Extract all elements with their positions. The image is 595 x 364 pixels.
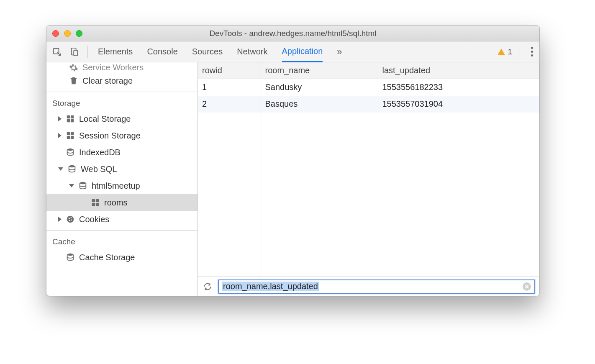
websql-table: rowid room_name last_updated 1 Sandusky … [198, 62, 539, 113]
panel-tabs: Elements Console Sources Network Applica… [98, 41, 342, 62]
sql-input[interactable]: room_name,last_updated [218, 279, 535, 294]
sidebar-item-label: Clear storage [82, 76, 133, 86]
application-sidebar: Service Workers Clear storage Storage Lo… [46, 62, 198, 296]
sidebar-heading-storage: Storage [46, 95, 197, 110]
minimize-window-button[interactable] [64, 30, 71, 37]
table-header-row: rowid room_name last_updated [198, 62, 539, 79]
table-row[interactable]: 2 Basques 1553557031904 [198, 96, 539, 113]
table-area: rowid room_name last_updated 1 Sandusky … [198, 62, 539, 277]
tab-console[interactable]: Console [147, 41, 177, 62]
svg-point-22 [69, 220, 70, 221]
table-header-last-updated[interactable]: last_updated [378, 62, 539, 79]
sql-console: room_name,last_updated [198, 277, 539, 296]
database-icon [67, 164, 77, 174]
sidebar-heading-cache: Cache [46, 233, 197, 249]
sidebar-item-label: Web SQL [81, 164, 117, 174]
database-icon [66, 253, 75, 262]
sidebar-item-label: rooms [104, 198, 128, 208]
maximize-window-button[interactable] [76, 30, 82, 37]
expand-arrow-icon [58, 133, 62, 138]
grid-icon [91, 198, 100, 207]
devtools-window: DevTools - andrew.hedges.name/html5/sql.… [46, 25, 540, 296]
expand-arrow-icon [58, 116, 62, 121]
database-icon [66, 148, 75, 157]
collapse-arrow-icon [69, 184, 74, 187]
cookie-icon [66, 215, 75, 224]
warning-count: 1 [508, 47, 512, 56]
close-window-button[interactable] [52, 30, 59, 37]
database-icon [78, 181, 87, 190]
sidebar-item-label: Service Workers [82, 63, 144, 72]
tab-sources[interactable]: Sources [192, 41, 223, 62]
sidebar-item-label: Local Storage [79, 114, 131, 124]
traffic-lights [52, 30, 82, 37]
tab-elements[interactable]: Elements [98, 41, 133, 62]
window-title: DevTools - andrew.hedges.name/html5/sql.… [46, 29, 539, 38]
warning-icon [498, 49, 505, 55]
panel-body: Service Workers Clear storage Storage Lo… [46, 62, 539, 296]
sidebar-item-websql-db[interactable]: html5meetup [46, 177, 197, 194]
tab-network[interactable]: Network [237, 41, 267, 62]
trash-icon [69, 76, 78, 85]
sidebar-item-clear-storage[interactable]: Clear storage [46, 72, 197, 89]
grid-icon [66, 114, 75, 123]
svg-rect-7 [67, 132, 70, 135]
svg-rect-3 [67, 115, 70, 118]
svg-rect-16 [92, 203, 95, 206]
svg-rect-17 [96, 203, 99, 206]
svg-rect-9 [67, 136, 70, 139]
toolbar-divider [520, 46, 520, 58]
titlebar: DevTools - andrew.hedges.name/html5/sql.… [46, 26, 539, 41]
svg-rect-8 [71, 132, 74, 135]
sidebar-item-service-workers[interactable]: Service Workers [46, 62, 197, 72]
svg-rect-10 [71, 136, 74, 139]
sidebar-item-label: Cache Storage [79, 253, 135, 262]
svg-point-23 [67, 254, 74, 256]
svg-rect-5 [67, 119, 70, 122]
svg-point-12 [69, 165, 75, 168]
sidebar-item-websql[interactable]: Web SQL [46, 161, 197, 177]
close-icon [525, 285, 529, 289]
sidebar-item-label: IndexedDB [79, 148, 121, 157]
svg-point-11 [67, 149, 74, 151]
sidebar-item-indexeddb[interactable]: IndexedDB [46, 144, 197, 161]
table-header-room-name[interactable]: room_name [261, 62, 378, 79]
sidebar-item-local-storage[interactable]: Local Storage [46, 110, 197, 127]
main-panel: rowid room_name last_updated 1 Sandusky … [198, 62, 539, 296]
svg-rect-14 [92, 199, 95, 202]
cell-rowid: 2 [198, 96, 261, 113]
expand-arrow-icon [58, 217, 62, 222]
clear-input-button[interactable] [523, 282, 531, 291]
sidebar-item-websql-table[interactable]: rooms [46, 194, 197, 211]
sidebar-item-label: html5meetup [92, 181, 140, 191]
settings-menu-button[interactable] [528, 47, 536, 56]
toolbar-divider [87, 46, 88, 58]
table-row[interactable]: 1 Sandusky 1553556182233 [198, 79, 539, 96]
refresh-icon [203, 282, 212, 291]
svg-point-19 [69, 218, 70, 219]
sidebar-item-session-storage[interactable]: Session Storage [46, 127, 197, 144]
gear-icon [69, 63, 78, 72]
tab-application[interactable]: Application [282, 42, 323, 62]
svg-rect-2 [74, 50, 77, 56]
grid-icon [66, 131, 75, 140]
sidebar-item-cache-storage[interactable]: Cache Storage [46, 249, 197, 266]
refresh-button[interactable] [202, 281, 213, 292]
inspect-icon[interactable] [50, 45, 64, 59]
devtools-toolbar: Elements Console Sources Network Applica… [46, 41, 539, 62]
sidebar-item-cookies[interactable]: Cookies [46, 211, 197, 228]
device-toggle-icon[interactable] [67, 45, 82, 59]
sidebar-item-label: Cookies [79, 215, 109, 224]
warning-indicator[interactable]: 1 [498, 47, 512, 56]
svg-point-21 [71, 219, 72, 220]
table-header-rowid[interactable]: rowid [198, 62, 261, 79]
svg-point-20 [70, 217, 72, 218]
cell-last-updated: 1553556182233 [378, 79, 539, 96]
svg-point-18 [67, 216, 74, 223]
svg-rect-4 [71, 115, 74, 118]
svg-rect-6 [71, 119, 74, 122]
svg-point-13 [80, 182, 86, 185]
tabs-overflow-icon[interactable]: » [337, 46, 342, 57]
sql-input-value: room_name,last_updated [222, 282, 319, 291]
cell-rowid: 1 [198, 79, 261, 96]
